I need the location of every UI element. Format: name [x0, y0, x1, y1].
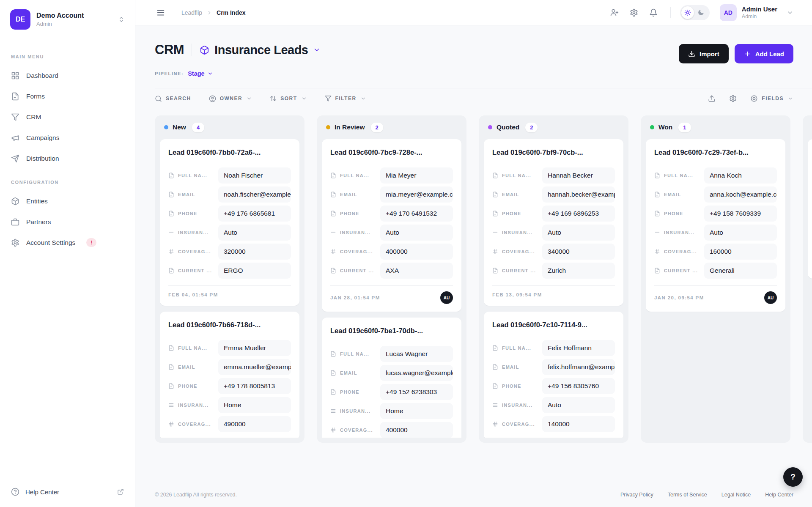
theme-toggle[interactable] — [680, 5, 710, 20]
lead-field-value[interactable]: +49 152 6238303 — [380, 384, 453, 400]
lead-card[interactable]: Lead 019c60f0-7be1-70db-...FULL NA...Luc… — [322, 318, 461, 438]
lead-card-title: Lead 019c60f0-7bb0-72a6-... — [168, 148, 291, 156]
filter-button[interactable]: FILTER — [325, 95, 366, 102]
fields-button[interactable]: FIELDS — [750, 95, 793, 102]
user-menu[interactable]: AD Admin User Admin — [720, 4, 793, 21]
lead-field-value[interactable]: Felix Hoffmann — [542, 340, 615, 356]
lead-field-value[interactable]: hannah.becker@example.com — [542, 186, 615, 203]
notifications-button[interactable] — [646, 5, 661, 20]
lead-field-value[interactable]: Auto — [704, 225, 777, 241]
menu-toggle-button[interactable] — [154, 6, 167, 19]
sort-button[interactable]: SORT — [270, 95, 307, 102]
lead-field-value[interactable]: +49 176 6865681 — [218, 206, 291, 222]
sidebar-help-center[interactable]: Help Center — [0, 479, 135, 507]
lead-field-value[interactable]: Emma Mueller — [218, 340, 291, 356]
sidebar-item-campaigns[interactable]: Campaigns — [10, 127, 125, 148]
lead-field-value[interactable]: +49 156 8305760 — [542, 378, 615, 394]
export-button[interactable] — [708, 95, 716, 102]
file-text-icon — [168, 345, 174, 351]
list-icon — [168, 230, 174, 236]
lead-card[interactable]: Lead 019c60f0-7bc9-728e-...FULL NA...Mia… — [322, 139, 461, 312]
column-count-badge: 4 — [192, 123, 204, 132]
lead-field-value[interactable]: Auto — [218, 225, 291, 241]
lead-field-value[interactable]: lucas.wagner@example.com — [380, 365, 453, 381]
sidebar-item-account-settings[interactable]: Account Settings! — [10, 232, 125, 253]
sidebar-item-distribution[interactable]: Distribution — [10, 148, 125, 169]
lead-card[interactable]: Lead 019c60f0-7bb0-72a6-...FULL NA...Noa… — [160, 139, 299, 306]
footer-link-privacy-policy[interactable]: Privacy Policy — [620, 492, 653, 498]
lead-card[interactable]: Lead 019c60f0-7c29-73ef-b...FULL NA...An… — [646, 139, 785, 312]
lead-field-value[interactable]: +49 178 8005813 — [218, 378, 291, 394]
lead-field-row: PHONE+49 158 7609339 — [654, 206, 777, 222]
import-button[interactable]: Import — [679, 44, 729, 63]
sidebar-item-partners[interactable]: Partners — [10, 211, 125, 232]
theme-dark-option[interactable] — [695, 6, 708, 19]
lead-card[interactable] — [808, 139, 812, 279]
lead-field-value[interactable]: emma.mueller@example.com — [218, 359, 291, 375]
lead-field-value[interactable]: Home — [218, 397, 291, 413]
lead-field-value[interactable]: +49 170 6491532 — [380, 206, 453, 222]
lead-field-value[interactable]: Generali — [704, 263, 777, 279]
sidebar-item-entities[interactable]: Entities — [10, 191, 125, 211]
sidebar-item-crm[interactable]: CRM — [10, 107, 125, 127]
lead-field-value[interactable]: Noah Fischer — [218, 167, 291, 184]
account-switcher[interactable]: DE Demo Account Admin — [0, 0, 135, 38]
lead-field-value[interactable]: Auto — [380, 225, 453, 241]
lead-card[interactable]: Lead 019c60f0-7bf9-70cb-...FULL NA...Han… — [484, 139, 623, 306]
sidebar-item-dashboard[interactable]: Dashboard — [10, 65, 125, 86]
lead-field-value[interactable]: noah.fischer@example.com — [218, 186, 291, 203]
lead-field-value[interactable]: felix.hoffmann@example.com — [542, 359, 615, 375]
assignee-avatar: AU — [764, 291, 777, 304]
lead-card[interactable]: Lead 019c60f0-7b66-718d-...FULL NA...Emm… — [160, 312, 299, 438]
lead-field-value[interactable]: 320000 — [218, 244, 291, 260]
field-label-text: COVERAG... — [340, 249, 373, 254]
field-label-text: PHONE — [178, 384, 198, 389]
lead-field-value[interactable]: Auto — [542, 397, 615, 413]
lead-field-value[interactable]: +49 158 7609339 — [704, 206, 777, 222]
pipeline-selector[interactable]: Stage — [188, 70, 213, 77]
lead-field-label: CURRENT ... — [168, 268, 218, 274]
file-check-icon — [168, 268, 174, 274]
board-settings-button[interactable] — [729, 95, 737, 102]
lead-field-value[interactable]: AXA — [380, 263, 453, 279]
lead-field-label: PHONE — [492, 383, 542, 389]
lead-field-value[interactable]: Lucas Wagner — [380, 346, 453, 362]
file-text-icon — [492, 211, 498, 217]
lead-field-value[interactable]: Anna Koch — [704, 167, 777, 184]
lead-field-value[interactable]: ERGO — [218, 263, 291, 279]
lead-field-value[interactable]: 140000 — [542, 416, 615, 432]
entity-selector[interactable]: Insurance Leads — [200, 43, 321, 57]
footer-link-legal-notice[interactable]: Legal Notice — [721, 492, 751, 498]
lead-field-value[interactable]: +49 169 6896253 — [542, 206, 615, 222]
lead-field-value[interactable]: Zurich — [542, 263, 615, 279]
lead-field-row: COVERAG...340000 — [492, 244, 615, 260]
lead-field-value[interactable]: Mia Meyer — [380, 167, 453, 184]
lead-field-value[interactable]: Auto — [542, 225, 615, 241]
board-column-new: New4Lead 019c60f0-7bb0-72a6-...FULL NA..… — [155, 115, 304, 443]
lead-field-value[interactable]: 490000 — [218, 416, 291, 432]
lead-field-value[interactable]: 160000 — [704, 244, 777, 260]
lead-field-value[interactable]: 400000 — [380, 244, 453, 260]
lead-field-value[interactable]: Hannah Becker — [542, 167, 615, 184]
add-lead-button[interactable]: Add Lead — [735, 44, 793, 63]
lead-field-value[interactable]: 340000 — [542, 244, 615, 260]
search-button[interactable]: SEARCH — [155, 95, 191, 102]
settings-button[interactable] — [626, 5, 642, 20]
invite-user-button[interactable] — [607, 5, 622, 20]
lead-card[interactable]: Lead 019c60f0-7c10-7114-9...FULL NA...Fe… — [484, 312, 623, 438]
user-name: Admin User — [742, 5, 777, 13]
sidebar-item-forms[interactable]: Forms — [10, 86, 125, 107]
lead-field-value[interactable]: mia.meyer@example.com — [380, 186, 453, 203]
lead-field-value[interactable]: Home — [380, 403, 453, 419]
lead-field-value[interactable]: 400000 — [380, 422, 453, 438]
file-text-icon — [492, 192, 498, 197]
footer-link-terms-of-service[interactable]: Terms of Service — [668, 492, 707, 498]
help-fab-button[interactable]: ? — [783, 467, 803, 487]
lead-field-row: COVERAG...400000 — [330, 244, 453, 260]
owner-filter-button[interactable]: OWNER — [209, 95, 252, 102]
footer-link-help-center[interactable]: Help Center — [765, 492, 793, 498]
theme-light-option[interactable] — [681, 6, 694, 19]
lead-field-value[interactable]: anna.koch@example.com — [704, 186, 777, 203]
breadcrumb-item[interactable]: Leadflip — [181, 9, 202, 16]
column-status-dot — [488, 125, 492, 129]
